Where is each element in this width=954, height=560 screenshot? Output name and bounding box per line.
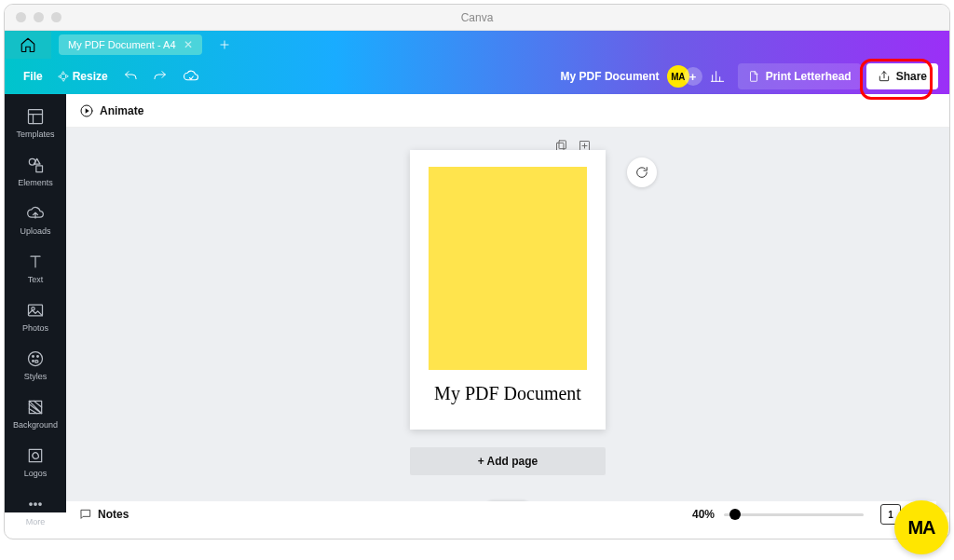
svg-rect-0 xyxy=(29,110,43,124)
add-page-button[interactable]: + Add page xyxy=(410,447,606,475)
svg-point-12 xyxy=(39,503,42,506)
mac-minimize[interactable] xyxy=(34,12,44,22)
svg-point-8 xyxy=(33,361,34,362)
sidebar-item-templates[interactable]: Templates xyxy=(5,100,66,148)
svg-point-6 xyxy=(33,356,34,358)
main-toolbar: File Resize My PDF Document MA + Print L… xyxy=(5,59,949,94)
svg-rect-14 xyxy=(559,141,566,149)
reset-rotation-button[interactable] xyxy=(627,157,657,187)
sidebar-item-photos[interactable]: Photos xyxy=(5,294,66,342)
add-collaborator-button[interactable]: + xyxy=(684,67,702,86)
sidebar-item-more[interactable]: More xyxy=(5,487,66,536)
tab-label: My PDF Document - A4 xyxy=(68,39,176,50)
svg-rect-2 xyxy=(36,166,43,172)
zoom-value[interactable]: 40% xyxy=(692,508,715,521)
home-button[interactable] xyxy=(5,31,51,59)
context-toolbar: Animate xyxy=(66,94,949,128)
canvas-page[interactable]: My PDF Document xyxy=(410,150,606,430)
cloud-sync-icon[interactable] xyxy=(175,63,207,89)
svg-point-7 xyxy=(37,356,39,358)
canvas-area[interactable]: My PDF Document + Add page xyxy=(66,128,949,512)
zoom-thumb[interactable] xyxy=(729,509,741,520)
watermark-badge: MA xyxy=(894,500,948,554)
app-title: Canva xyxy=(461,11,494,24)
sidebar-item-text[interactable]: Text xyxy=(5,245,66,294)
animate-icon xyxy=(79,103,94,118)
insights-button[interactable] xyxy=(702,63,732,89)
sidebar-item-styles[interactable]: Styles xyxy=(5,342,66,390)
tab-add-button[interactable] xyxy=(211,32,238,58)
undo-button[interactable] xyxy=(116,63,145,89)
document-name[interactable]: My PDF Document xyxy=(553,63,667,89)
tab-active[interactable]: My PDF Document - A4 ✕ xyxy=(59,34,202,55)
mac-zoom[interactable] xyxy=(51,12,61,22)
notes-button[interactable]: Notes xyxy=(98,508,129,521)
redo-button[interactable] xyxy=(145,63,175,89)
zoom-slider[interactable] xyxy=(724,513,864,516)
mac-close[interactable] xyxy=(16,12,26,22)
file-menu[interactable]: File xyxy=(16,63,50,89)
sidebar-item-logos[interactable]: Logos xyxy=(5,439,66,487)
resize-button[interactable]: Resize xyxy=(50,63,116,89)
left-sidebar: Templates Elements Uploads Text Photos S… xyxy=(5,94,66,512)
sidebar-item-elements[interactable]: Elements xyxy=(5,148,66,197)
mac-titlebar: Canva xyxy=(5,5,949,31)
sidebar-item-uploads[interactable]: Uploads xyxy=(5,197,66,245)
svg-point-11 xyxy=(34,503,37,506)
svg-point-5 xyxy=(29,352,43,366)
footer-bar: Notes 40% 1 xyxy=(66,501,936,527)
tab-close-icon[interactable]: ✕ xyxy=(184,38,193,51)
animate-button[interactable]: Animate xyxy=(100,104,143,117)
sidebar-item-background[interactable]: Background xyxy=(5,390,66,439)
svg-point-10 xyxy=(30,503,33,506)
tab-row: My PDF Document - A4 ✕ xyxy=(5,31,949,59)
share-button[interactable]: Share xyxy=(866,63,938,89)
print-button[interactable]: Print Letterhead xyxy=(738,63,861,89)
document-heading[interactable]: My PDF Document xyxy=(434,383,581,404)
yellow-rectangle[interactable] xyxy=(429,167,587,370)
notes-icon xyxy=(79,508,92,521)
